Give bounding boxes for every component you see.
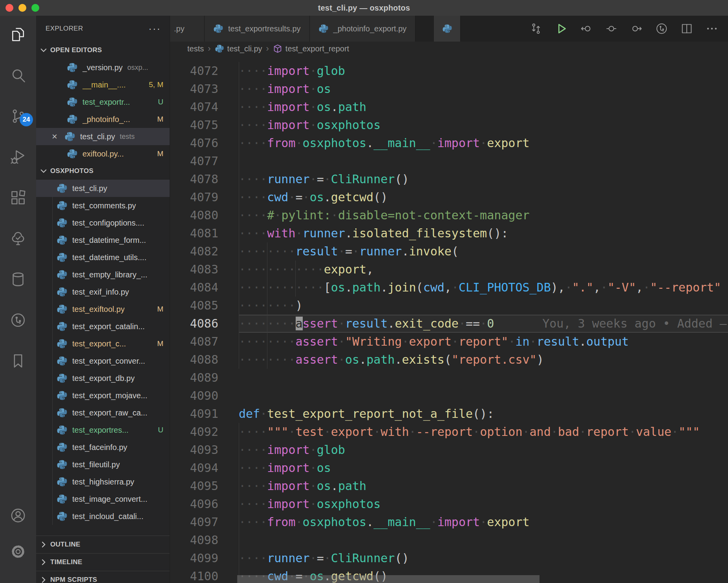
file-name: test_export_catalin... bbox=[72, 322, 145, 331]
tree-item[interactable]: test_cli.py bbox=[36, 180, 170, 197]
run-debug-icon[interactable] bbox=[5, 148, 31, 166]
extensions-icon[interactable] bbox=[5, 189, 31, 206]
breadcrumb-item[interactable]: tests bbox=[187, 44, 204, 53]
tree-item[interactable]: test_export_db.py bbox=[36, 370, 170, 387]
code-line: 4086········assert·result.exit_code·==·0… bbox=[170, 315, 728, 333]
open-editor-item[interactable]: _photoinfo_...M bbox=[36, 111, 170, 128]
code-content[interactable]: ····import·glob bbox=[239, 62, 728, 80]
code-content[interactable]: ····import·os.path bbox=[239, 477, 728, 495]
database-icon[interactable] bbox=[5, 271, 31, 288]
section-label: NPM SCRIPTS bbox=[50, 576, 97, 583]
bookmarks-icon[interactable] bbox=[5, 352, 31, 370]
line-number: 4078 bbox=[170, 170, 239, 188]
compare-changes-icon[interactable] bbox=[529, 21, 543, 36]
open-editors-header[interactable]: OPEN EDITORS bbox=[36, 42, 170, 59]
editor-tab[interactable]: .py bbox=[170, 16, 205, 42]
code-content[interactable] bbox=[239, 369, 728, 387]
search-icon[interactable] bbox=[5, 67, 31, 84]
code-content[interactable]: ········result·=·runner.invoke( bbox=[239, 242, 728, 261]
tree-item[interactable]: test_export_mojave... bbox=[36, 387, 170, 404]
more-actions-icon[interactable]: ··· bbox=[148, 27, 161, 31]
code-content[interactable]: ········assert·"Writing·export·report"·i… bbox=[239, 333, 728, 351]
zoom-window-button[interactable] bbox=[31, 4, 39, 12]
python-file-icon bbox=[57, 286, 68, 297]
file-name: test_export_conver... bbox=[72, 357, 145, 366]
code-content[interactable]: def·test_export_report_not_a_file(): bbox=[239, 405, 728, 423]
open-editor-item[interactable]: exiftool.py...M bbox=[36, 145, 170, 162]
tree-item[interactable]: test_incloud_catali... bbox=[36, 508, 170, 525]
code-content[interactable]: ····import·os bbox=[239, 80, 728, 98]
explorer-icon[interactable] bbox=[5, 26, 31, 43]
source-control-icon[interactable]: 24 bbox=[5, 107, 31, 125]
code-content[interactable]: ············[os.path.join(cwd,·CLI_PHOTO… bbox=[239, 279, 728, 297]
settings-icon[interactable] bbox=[5, 543, 31, 560]
section-npm-scripts[interactable]: NPM SCRIPTS bbox=[36, 571, 170, 583]
editor-tab[interactable]: _photoinfo_export.py bbox=[310, 16, 416, 42]
tree-item[interactable]: test_export_conver... bbox=[36, 352, 170, 370]
code-content[interactable]: ····from·osxphotos.__main__·import·expor… bbox=[239, 134, 728, 152]
horizontal-scrollbar[interactable] bbox=[237, 575, 540, 583]
project-section-header[interactable]: OSXPHOTOS bbox=[36, 162, 170, 180]
code-content[interactable]: ····import·glob bbox=[239, 441, 728, 459]
git-graph-icon[interactable] bbox=[5, 312, 31, 329]
tree-item[interactable]: test_configoptions.... bbox=[36, 214, 170, 231]
run-icon[interactable] bbox=[554, 21, 569, 36]
step-back-icon[interactable] bbox=[579, 21, 594, 36]
step-forward-icon[interactable] bbox=[629, 21, 644, 36]
editor-tab[interactable]: test_exportresults.py bbox=[205, 16, 310, 42]
code-content[interactable]: ····import·osxphotos bbox=[239, 495, 728, 513]
tree-item[interactable]: test_export_catalin... bbox=[36, 318, 170, 335]
code-content[interactable]: ····from·osxphotos.__main__·import·expor… bbox=[239, 513, 728, 531]
account-icon[interactable] bbox=[5, 507, 31, 524]
code-content[interactable]: ········assert·result.exit_code·==·0You,… bbox=[239, 315, 728, 333]
code-editor[interactable]: 4072····import·glob4073····import·os4074… bbox=[170, 56, 728, 583]
breadcrumb-item[interactable]: test_export_report bbox=[273, 44, 349, 53]
git-graph-icon[interactable] bbox=[654, 21, 669, 36]
editor-tab[interactable] bbox=[434, 16, 461, 42]
code-content[interactable]: ····import·os bbox=[239, 459, 728, 477]
tree-item[interactable]: test_highsierra.py bbox=[36, 473, 170, 490]
section-timeline[interactable]: TIMELINE bbox=[36, 553, 170, 571]
code-content[interactable] bbox=[239, 387, 728, 405]
minimize-window-button[interactable] bbox=[18, 4, 26, 12]
tree-item[interactable]: test_fileutil.py bbox=[36, 456, 170, 473]
file-name: _photoinfo_... bbox=[82, 115, 130, 124]
tree-item[interactable]: test_datetime_form... bbox=[36, 231, 170, 249]
open-editor-item[interactable]: ×test_cli.pytests bbox=[36, 128, 170, 145]
code-content[interactable]: ····with·runner.isolated_filesystem(): bbox=[239, 224, 728, 242]
more-actions-icon[interactable] bbox=[704, 21, 719, 36]
tree-item[interactable]: test_export_raw_ca... bbox=[36, 404, 170, 421]
open-editor-item[interactable]: _version.pyosxp... bbox=[36, 59, 170, 76]
split-editor-icon[interactable] bbox=[679, 21, 694, 36]
code-content[interactable]: ········assert·os.path.exists("report.cs… bbox=[239, 351, 728, 369]
tree-item[interactable]: test_exiftool.pyM bbox=[36, 301, 170, 318]
open-editor-item[interactable]: test_exportr...U bbox=[36, 93, 170, 111]
code-content[interactable]: ····runner·=·CliRunner() bbox=[239, 549, 728, 567]
code-content[interactable] bbox=[239, 152, 728, 170]
tree-item[interactable]: test_comments.py bbox=[36, 197, 170, 214]
record-icon[interactable] bbox=[604, 21, 619, 36]
code-content[interactable]: ····import·osxphotos bbox=[239, 116, 728, 134]
code-content[interactable]: ····"""·test·export·with·--report·option… bbox=[239, 423, 728, 441]
code-content[interactable]: ····cwd·=·os.getcwd() bbox=[239, 188, 728, 206]
breadcrumb-item[interactable]: test_cli.py bbox=[215, 44, 262, 53]
tree-item[interactable]: test_exportres...U bbox=[36, 421, 170, 439]
close-icon[interactable]: × bbox=[49, 131, 60, 142]
section-outline[interactable]: OUTLINE bbox=[36, 536, 170, 553]
tree-item[interactable]: test_export_c...M bbox=[36, 335, 170, 352]
tree-item[interactable]: test_datetime_utils.... bbox=[36, 249, 170, 266]
tree-item[interactable]: test_empty_library_... bbox=[36, 266, 170, 283]
tree-item[interactable]: test_faceinfo.py bbox=[36, 439, 170, 456]
code-content[interactable]: ············export, bbox=[239, 261, 728, 279]
code-content[interactable]: ····#·pylint:·disable=not-context-manage… bbox=[239, 206, 728, 224]
code-content[interactable]: ····import·os.path bbox=[239, 98, 728, 116]
close-window-button[interactable] bbox=[5, 4, 13, 12]
tree-item[interactable]: test_image_convert... bbox=[36, 490, 170, 508]
open-editor-item[interactable]: __main__....5, M bbox=[36, 76, 170, 93]
code-content[interactable] bbox=[239, 531, 728, 549]
code-content[interactable]: ········) bbox=[239, 297, 728, 315]
tree-item[interactable]: test_exif_info.py bbox=[36, 283, 170, 301]
window-title: test_cli.py — osxphotos bbox=[318, 4, 410, 13]
code-content[interactable]: ····runner·=·CliRunner() bbox=[239, 170, 728, 188]
testing-icon[interactable] bbox=[5, 230, 31, 247]
